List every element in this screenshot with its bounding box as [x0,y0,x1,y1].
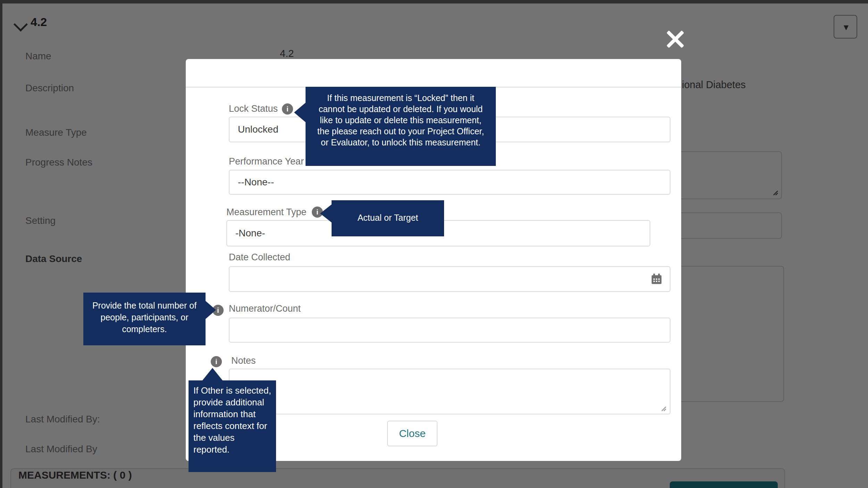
info-icon[interactable]: i [211,356,222,367]
performance-year-label: Performance Year [229,156,304,167]
info-icon[interactable]: i [282,103,293,115]
info-glyph: i [316,208,318,216]
tooltip-arrow-left [320,204,332,222]
tooltip-text: Actual or Target [358,213,418,222]
measurement-type-tooltip: Actual or Target [332,200,444,236]
tooltip-text: If Other is selected, provide additional… [193,385,271,455]
lock-status-tooltip: If this measurement is “Locked” then it … [306,87,496,166]
tooltip-text: Provide the total number of people, part… [92,301,197,334]
screen: 4.2 ▼ Name 4.2 Description ional Diabete… [0,0,868,488]
notes-tooltip: If Other is selected, provide additional… [189,380,276,472]
tooltip-arrow-left [294,103,306,122]
top-edge-strip [0,0,868,3]
measurement-type-label: Measurement Type [226,207,307,218]
info-glyph: i [217,306,219,314]
info-glyph: i [215,357,217,365]
close-button[interactable]: Close [387,421,437,446]
date-collected-input[interactable] [229,266,670,292]
numerator-count-label: Numerator/Count [229,303,301,314]
lock-status-label: Lock Status [229,103,278,114]
info-glyph: i [286,105,289,113]
date-collected-label: Date Collected [229,252,290,263]
numerator-count-input[interactable] [229,318,670,343]
tooltip-text: If this measurement is “Locked” then it … [317,93,484,147]
resize-handle-icon [660,405,667,412]
left-edge-strip [0,0,2,488]
notes-label: Notes [231,355,256,366]
performance-year-input[interactable] [229,170,670,195]
calendar-icon[interactable] [650,272,663,286]
tooltip-arrow-right [206,301,216,319]
close-icon[interactable] [666,30,685,49]
tooltip-arrow-up [202,368,223,380]
numerator-count-tooltip: Provide the total number of people, part… [83,293,206,345]
notes-textarea[interactable] [229,369,670,414]
